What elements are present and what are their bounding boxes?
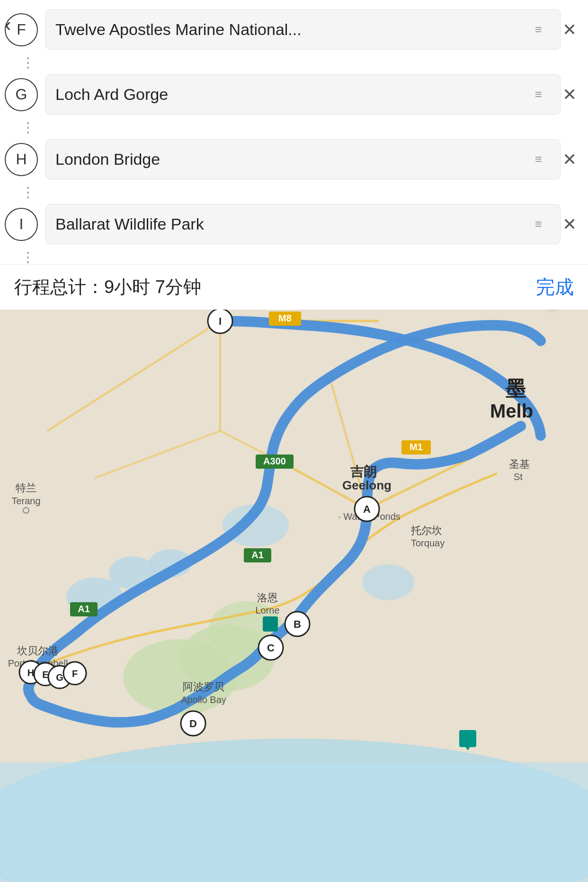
svg-text:H: H: [27, 668, 34, 678]
route-text-i: Ballarat Wildlife Park: [55, 215, 526, 233]
svg-text:吉朗: 吉朗: [350, 464, 377, 479]
route-item-i: I Ballarat Wildlife Park ≡ ✕: [0, 199, 588, 249]
svg-text:C: C: [267, 642, 275, 654]
svg-text:洛恩: 洛恩: [257, 592, 278, 604]
svg-text:A1: A1: [251, 550, 264, 560]
drag-handle-g[interactable]: ≡: [535, 87, 542, 102]
route-input-g[interactable]: Loch Ard Gorge ≡: [45, 74, 561, 115]
svg-text:G: G: [56, 672, 63, 683]
route-input-h[interactable]: London Bridge ≡: [45, 139, 561, 179]
svg-text:F: F: [72, 668, 78, 679]
drag-handle-i[interactable]: ≡: [535, 217, 542, 232]
svg-text:B: B: [294, 618, 301, 630]
close-btn-i[interactable]: ✕: [561, 213, 579, 236]
svg-text:Lorne: Lorne: [255, 605, 279, 615]
svg-text:Apollo Bay: Apollo Bay: [181, 695, 226, 705]
svg-text:D: D: [189, 718, 197, 730]
svg-text:I: I: [219, 315, 222, 327]
route-text-h: London Bridge: [55, 150, 526, 169]
done-button[interactable]: 完成: [536, 274, 574, 300]
svg-text:阿波罗贝: 阿波罗贝: [183, 681, 224, 693]
total-time-label: 行程总计：9小时 7分钟: [14, 275, 201, 299]
svg-text:M1: M1: [410, 442, 423, 452]
waypoint-label-h: H: [5, 143, 38, 176]
svg-point-10: [362, 564, 414, 600]
svg-text:圣基: 圣基: [509, 458, 530, 470]
route-text-f: Twelve Apostles Marine National...: [55, 20, 526, 39]
footer-bar: 行程总计：9小时 7分钟 完成: [0, 264, 588, 310]
route-panel: F Twelve Apostles Marine National... ≡ ✕…: [0, 0, 588, 310]
svg-text:托尔坎: 托尔坎: [410, 525, 442, 536]
route-item-g: G Loch Ard Gorge ≡ ✕: [0, 70, 588, 119]
svg-text:墨: 墨: [506, 377, 526, 400]
close-btn-g[interactable]: ✕: [561, 83, 579, 107]
svg-text:Torquay: Torquay: [411, 538, 445, 548]
waypoint-label-i: I: [5, 208, 38, 241]
close-btn-h[interactable]: ✕: [561, 148, 579, 171]
svg-text:坎贝尔港: 坎贝尔港: [17, 645, 59, 657]
route-input-f[interactable]: Twelve Apostles Marine National... ≡: [45, 9, 561, 50]
route-input-i[interactable]: Ballarat Wildlife Park ≡: [45, 204, 561, 244]
svg-text:Melb: Melb: [490, 401, 533, 421]
map-svg: A8 A8 M8 A300 M1 A1 A1 戴尔斯福德 Daylesford …: [0, 241, 588, 882]
route-text-g: Loch Ard Gorge: [55, 85, 526, 104]
back-button[interactable]: ‹: [5, 14, 11, 36]
svg-text:Terang: Terang: [11, 496, 40, 506]
map-area[interactable]: A8 A8 M8 A300 M1 A1 A1 戴尔斯福德 Daylesford …: [0, 241, 588, 882]
route-item-f: F Twelve Apostles Marine National... ≡ ✕: [0, 5, 588, 54]
waypoint-label-g: G: [5, 78, 38, 111]
svg-text:A300: A300: [263, 456, 286, 466]
svg-rect-62: [263, 616, 278, 632]
map-background: A8 A8 M8 A300 M1 A1 A1 戴尔斯福德 Daylesford …: [0, 241, 588, 882]
svg-text:M8: M8: [278, 313, 292, 323]
svg-text:特兰: 特兰: [16, 482, 36, 494]
drag-handle-h[interactable]: ≡: [535, 152, 542, 167]
route-item-h: H London Bridge ≡ ✕: [0, 134, 588, 184]
close-btn-f[interactable]: ✕: [561, 18, 579, 42]
svg-text:Geelong: Geelong: [342, 478, 392, 492]
drag-handle-f[interactable]: ≡: [535, 22, 542, 37]
svg-rect-2: [0, 762, 588, 882]
svg-text:A: A: [363, 503, 371, 515]
svg-text:St: St: [514, 472, 523, 482]
svg-text:A1: A1: [78, 604, 90, 614]
